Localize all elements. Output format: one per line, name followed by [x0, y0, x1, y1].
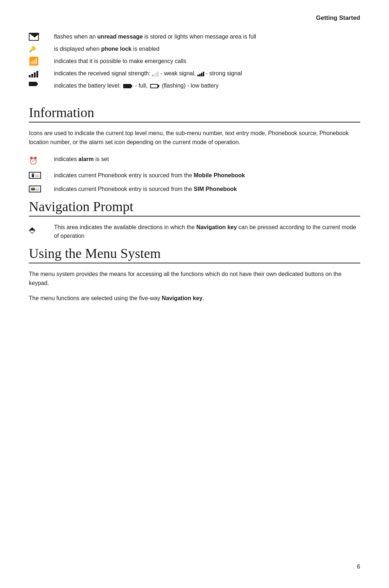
navigation-title: Navigation Prompt	[29, 199, 360, 214]
navigation-divider	[29, 216, 360, 217]
list-item: 📱📖 indicates current Phonebook entry is …	[29, 171, 360, 180]
list-item: ⬘ This area indicates the available dire…	[29, 223, 360, 240]
battery-description: indicates the battery level: - full, (fl…	[54, 81, 360, 90]
information-title: Information	[29, 104, 360, 120]
battery-full-main-icon	[29, 82, 38, 86]
menu-title: Using the Menu System	[29, 245, 360, 261]
list-item: 🔑 is displayed when phone lock is enable…	[29, 45, 360, 53]
phonelock-description: is displayed when phone lock is enabled	[54, 45, 360, 53]
menu-divider	[29, 263, 360, 263]
header-title: Getting Started	[316, 14, 360, 21]
navkey-description: This area indicates the available direct…	[54, 223, 360, 240]
phonebook-mobile-description: indicates current Phonebook entry is sou…	[54, 171, 360, 180]
list-item: flashes when an unread message is stored…	[29, 32, 360, 41]
phonebook-mobile-icon: 📱📖	[29, 171, 54, 179]
page-number: 6	[357, 564, 360, 570]
antenna-description: indicates that it is possible to make em…	[54, 57, 360, 66]
top-icon-list: flashes when an unread message is stored…	[29, 32, 360, 90]
envelope-icon	[29, 32, 54, 41]
phonebook-sim-icon: 📟📖	[29, 185, 54, 192]
battery-low-inline-icon	[150, 84, 159, 88]
menu-paragraph-1: The menu system provides the means for a…	[29, 270, 360, 288]
list-item: indicates the received signal strength: …	[29, 69, 360, 78]
battery-full-inline-icon	[123, 84, 132, 88]
list-item: ⏰ indicates alarm is set	[29, 155, 360, 166]
list-item: 📶 indicates that it is possible to make …	[29, 57, 360, 66]
battery-icon	[29, 81, 54, 86]
information-description: Icons are used to indicate the current t…	[29, 129, 360, 147]
information-section: Information Icons are used to indicate t…	[29, 104, 360, 193]
list-item: 📟📖 indicates current Phonebook entry is …	[29, 185, 360, 193]
navigation-section: Navigation Prompt ⬘ This area indicates …	[29, 199, 360, 240]
signal-icon	[29, 69, 54, 77]
menu-paragraph-2: The menu functions are selected using th…	[29, 294, 360, 303]
page-container: Getting Started flashes when an unread m…	[0, 0, 389, 338]
information-icon-list: ⏰ indicates alarm is set 📱📖 indicates cu…	[29, 155, 360, 193]
navigation-icon-list: ⬘ This area indicates the available dire…	[29, 223, 360, 240]
page-header: Getting Started	[29, 14, 360, 22]
phonelock-icon: 🔑	[29, 45, 54, 53]
alarm-description: indicates alarm is set	[54, 155, 360, 164]
menu-section: Using the Menu System The menu system pr…	[29, 245, 360, 303]
envelope-description: flashes when an unread message is stored…	[54, 32, 360, 41]
antenna-icon: 📶	[29, 57, 54, 65]
signal-description: indicates the received signal strength: …	[54, 69, 360, 78]
alarm-icon: ⏰	[29, 155, 54, 166]
signal-strong-inline-icon	[197, 71, 204, 76]
information-divider	[29, 122, 360, 122]
list-item: indicates the battery level: - full, (fl…	[29, 81, 360, 90]
signal-weak-inline-icon	[152, 71, 159, 76]
phonebook-sim-description: indicates current Phonebook entry is sou…	[54, 185, 360, 193]
navkey-icon: ⬘	[29, 223, 54, 236]
